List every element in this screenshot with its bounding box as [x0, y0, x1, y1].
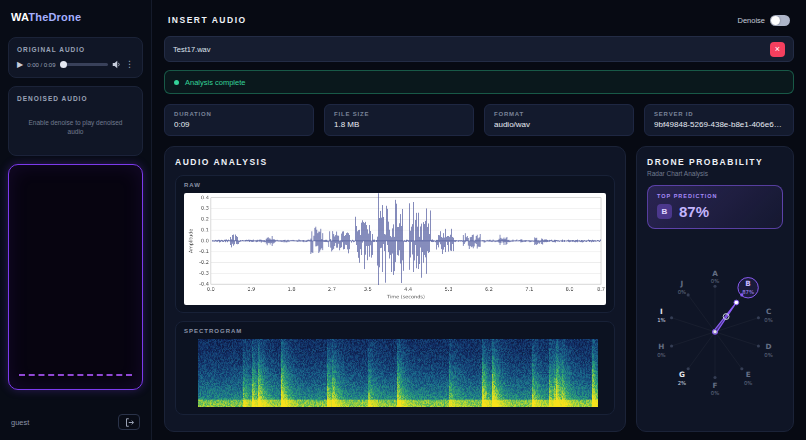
- top-prediction-label: TOP PREDICTION: [657, 193, 773, 199]
- svg-text:0%: 0%: [678, 289, 686, 295]
- svg-text:0%: 0%: [764, 317, 772, 323]
- brand-part1: WA: [11, 11, 28, 23]
- denoised-audio-title: DENOISED AUDIO: [17, 95, 134, 102]
- seek-bar[interactable]: [60, 63, 108, 66]
- denoise-toggle[interactable]: [770, 15, 790, 26]
- status-text: Analysis complete: [185, 78, 245, 87]
- svg-text:0%: 0%: [711, 390, 719, 396]
- stat-card-duration: DURATION 0:09: [164, 104, 314, 136]
- drone-probability-title: DRONE PROBABILITY: [647, 157, 783, 167]
- uploaded-file-row: Test17.wav ×: [164, 36, 794, 62]
- denoise-control: Denoise: [737, 15, 790, 26]
- stat-card-format: FORMAT audio/wav: [484, 104, 634, 136]
- top-prediction-value: 87%: [679, 203, 709, 220]
- volume-icon[interactable]: [112, 60, 121, 69]
- svg-text:87%: 87%: [742, 289, 754, 295]
- stats-row: DURATION 0:09 FILE SIZE 1.8 MB FORMAT au…: [164, 104, 794, 136]
- drone-probability-panel: DRONE PROBABILITY Radar Chart Analysis T…: [636, 146, 794, 432]
- username: guest: [11, 418, 29, 427]
- denoised-audio-card: DENOISED AUDIO Enable denoise to play de…: [8, 86, 143, 156]
- svg-text:0%: 0%: [711, 278, 719, 284]
- play-icon[interactable]: ▶: [17, 61, 23, 69]
- player-menu-icon[interactable]: ⋮: [125, 60, 134, 69]
- audio-player[interactable]: ▶ 0:00 / 0:09 ⋮: [17, 60, 134, 69]
- analysis-status-banner: Analysis complete: [164, 70, 794, 94]
- brand-part2: TheDrone: [28, 11, 81, 23]
- svg-text:0%: 0%: [764, 352, 772, 358]
- stat-value: audio/wav: [494, 120, 624, 129]
- logout-button[interactable]: [118, 414, 140, 430]
- logout-icon: [125, 418, 134, 427]
- stat-card-server-id: SERVER ID 9bf49848-5269-438e-b8e1-406e6c…: [644, 104, 794, 136]
- svg-text:H: H: [658, 342, 664, 351]
- stat-label: FILE SIZE: [334, 111, 464, 117]
- stat-card-file-size: FILE SIZE 1.8 MB: [324, 104, 474, 136]
- stat-value: 9bf49848-5269-438e-b8e1-406e6c26c5c0.wav: [654, 120, 784, 129]
- sidebar: WATheDrone ORIGINAL AUDIO ▶ 0:00 / 0:09 …: [0, 0, 152, 440]
- stat-value: 0:09: [174, 120, 304, 129]
- radar-chart: A0%B87%C0%D0%E0%F0%G2%H0%I1%J0%: [647, 233, 783, 421]
- remove-file-button[interactable]: ×: [770, 42, 785, 57]
- spectrogram-label: SPECTROGRAM: [184, 328, 606, 334]
- app-logo: WATheDrone: [11, 11, 143, 23]
- insert-audio-title: INSERT AUDIO: [168, 15, 247, 25]
- sidebar-footer: guest: [8, 414, 143, 430]
- file-name: Test17.wav: [173, 45, 211, 54]
- top-class-badge: B: [657, 204, 672, 219]
- denoise-label: Denoise: [737, 16, 765, 25]
- seek-knob[interactable]: [60, 61, 67, 68]
- svg-text:I: I: [660, 307, 663, 316]
- player-time: 0:00 / 0:09: [27, 62, 55, 68]
- audio-analysis-panel: AUDIO ANALYSIS RAW SPECTROGRAM: [164, 146, 626, 432]
- stat-label: FORMAT: [494, 111, 624, 117]
- svg-text:C: C: [766, 307, 771, 316]
- waveform-panel: [8, 164, 143, 390]
- original-audio-title: ORIGINAL AUDIO: [17, 46, 134, 53]
- radar-subtitle: Radar Chart Analysis: [647, 170, 783, 177]
- spectrogram-chart: [198, 339, 598, 407]
- denoised-waveform-placeholder: [19, 374, 132, 376]
- svg-text:0%: 0%: [744, 380, 752, 386]
- status-dot: [174, 80, 179, 85]
- original-audio-card: ORIGINAL AUDIO ▶ 0:00 / 0:09 ⋮: [8, 37, 143, 78]
- stat-label: SERVER ID: [654, 111, 784, 117]
- lower-section: AUDIO ANALYSIS RAW SPECTROGRAM DRONE PRO…: [164, 146, 794, 432]
- top-prediction-card: TOP PREDICTION B 87%: [647, 185, 783, 229]
- svg-text:B: B: [745, 279, 751, 288]
- app-root: WATheDrone ORIGINAL AUDIO ▶ 0:00 / 0:09 …: [0, 0, 806, 440]
- svg-text:D: D: [766, 342, 772, 351]
- top-prediction-row: B 87%: [657, 203, 773, 220]
- denoised-audio-empty-text: Enable denoise to play denoised audio: [17, 109, 134, 147]
- svg-text:E: E: [746, 370, 751, 379]
- main-content: INSERT AUDIO Denoise Test17.wav × Analys…: [152, 0, 806, 440]
- raw-waveform-card: RAW: [175, 175, 615, 313]
- insert-audio-header: INSERT AUDIO Denoise: [164, 10, 794, 30]
- stat-value: 1.8 MB: [334, 120, 464, 129]
- audio-analysis-title: AUDIO ANALYSIS: [175, 157, 615, 167]
- svg-text:2%: 2%: [678, 380, 686, 386]
- raw-waveform-chart: [184, 193, 606, 305]
- svg-text:1%: 1%: [657, 317, 665, 323]
- spectrogram-card: SPECTROGRAM: [175, 321, 615, 415]
- toggle-knob: [771, 16, 780, 25]
- svg-text:F: F: [713, 381, 718, 390]
- svg-text:G: G: [679, 370, 685, 379]
- svg-text:A: A: [712, 269, 718, 278]
- svg-text:J: J: [680, 279, 684, 288]
- raw-label: RAW: [184, 182, 606, 188]
- stat-label: DURATION: [174, 111, 304, 117]
- svg-text:0%: 0%: [657, 352, 665, 358]
